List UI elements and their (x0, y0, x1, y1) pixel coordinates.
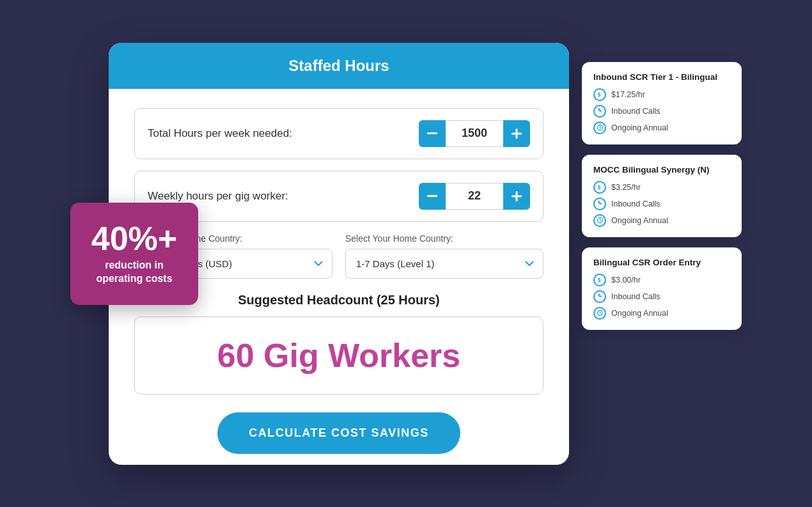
clock-icon-2 (593, 307, 606, 320)
stats-text: reduction in operating costs (83, 259, 185, 286)
info-card-1-rate-row: $ $3.25/hr (593, 181, 730, 194)
info-card-1-rate: $3.25/hr (611, 183, 641, 192)
info-card-0: Inbound SCR Tier 1 - Bilingual $ $17.25/… (582, 62, 742, 144)
svg-text:$: $ (597, 185, 600, 191)
total-hours-decrement-button[interactable] (419, 120, 446, 147)
level-dropdown-group: Select Your Home Country: 1-7 Days (Leve… (345, 233, 543, 279)
total-hours-input[interactable] (446, 120, 503, 147)
info-card-2-term: Ongoing Annual (611, 309, 668, 318)
level-select[interactable]: 1-7 Days (Level 1) 8-14 Days (Level 2) 1… (345, 249, 543, 279)
info-card-2-rate: $3.00/hr (611, 276, 641, 285)
phone-icon-2 (593, 290, 606, 303)
info-card-0-term: Ongoing Annual (611, 123, 668, 132)
info-card-2-rate-row: $ $3.00/hr (593, 274, 730, 286)
svg-rect-2 (516, 129, 518, 139)
svg-text:$: $ (597, 92, 600, 98)
info-card-0-rate-row: $ $17.25/hr (593, 88, 730, 101)
info-card-0-type: Inbound Calls (611, 107, 660, 116)
info-card-1-type-row: Inbound Calls (593, 198, 730, 210)
dollar-circle-icon: $ (593, 88, 606, 101)
headcount-box: 60 Gig Workers (134, 316, 543, 394)
calculate-cost-savings-button[interactable]: CALCULATE COST SAVINGS (217, 412, 460, 454)
total-hours-label: Total Hours per week needed: (148, 127, 292, 140)
weekly-hours-stepper (419, 183, 530, 210)
info-card-1: MOCC Bilingual Synergy (N) $ $3.25/hr In… (582, 155, 742, 237)
info-card-1-type: Inbound Calls (611, 199, 660, 208)
info-card-2-type: Inbound Calls (611, 292, 660, 301)
info-card-0-type-row: Inbound Calls (593, 105, 730, 118)
total-hours-increment-button[interactable] (503, 120, 530, 147)
phone-icon (593, 105, 606, 118)
info-card-0-title: Inbound SCR Tier 1 - Bilingual (593, 72, 730, 82)
total-hours-row: Total Hours per week needed: (134, 108, 543, 159)
weekly-hours-input[interactable] (446, 183, 503, 210)
weekly-hours-increment-button[interactable] (503, 183, 530, 210)
weekly-hours-decrement-button[interactable] (419, 183, 446, 210)
info-card-1-term: Ongoing Annual (611, 216, 668, 225)
info-card-2: Bilingual CSR Order Entry $ $3.00/hr Inb… (582, 247, 742, 330)
svg-rect-0 (427, 132, 437, 134)
info-card-0-term-row: Ongoing Annual (593, 121, 730, 134)
weekly-hours-label: Weekly hours per gig worker: (148, 190, 288, 203)
card-header: Staffed Hours (109, 43, 569, 89)
headcount-value: 60 Gig Workers (217, 337, 461, 374)
scene: 40%+ reduction in operating costs Staffe… (70, 24, 742, 484)
stats-percent: 40%+ (91, 222, 177, 255)
level-dropdown-label: Select Your Home Country: (345, 233, 543, 244)
phone-icon-1 (593, 198, 606, 210)
clock-icon (593, 121, 606, 134)
info-card-2-term-row: Ongoing Annual (593, 307, 730, 320)
info-card-0-rate: $17.25/hr (611, 90, 645, 99)
clock-icon-1 (593, 214, 606, 227)
stats-badge: 40%+ reduction in operating costs (70, 203, 198, 305)
info-card-1-title: MOCC Bilingual Synergy (N) (593, 165, 730, 175)
svg-text:$: $ (597, 277, 600, 283)
svg-rect-5 (516, 191, 518, 201)
info-card-1-term-row: Ongoing Annual (593, 214, 730, 227)
dollar-circle-icon-1: $ (593, 181, 606, 194)
total-hours-stepper (419, 120, 530, 147)
svg-rect-3 (427, 195, 437, 197)
dollar-circle-icon-2: $ (593, 274, 606, 286)
info-card-2-type-row: Inbound Calls (593, 290, 730, 303)
card-title: Staffed Hours (288, 57, 389, 74)
info-card-2-title: Bilingual CSR Order Entry (593, 258, 730, 267)
right-panel: Inbound SCR Tier 1 - Bilingual $ $17.25/… (582, 62, 742, 330)
